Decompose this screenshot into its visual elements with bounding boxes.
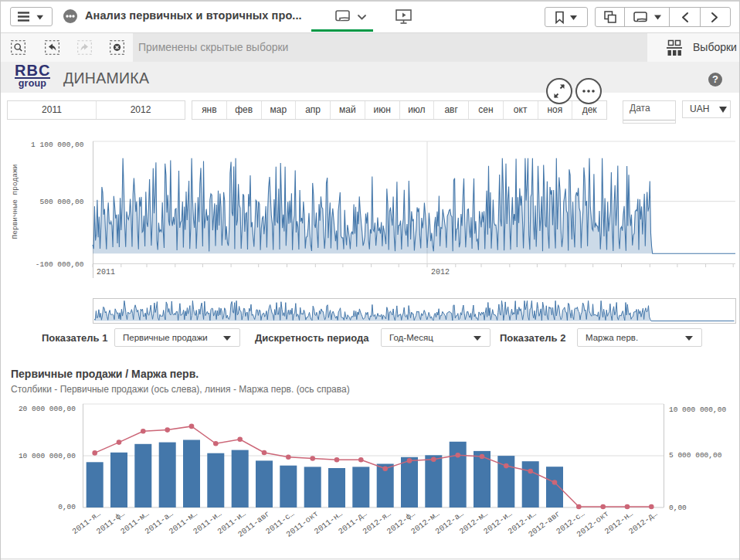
svg-text:Первичные продажи: Первичные продажи [11,165,19,239]
svg-text:10 000 000,00: 10 000 000,00 [669,406,726,414]
svg-text:2011: 2011 [97,268,115,277]
svg-text:0,00: 0,00 [58,503,76,511]
svg-text:500 000,00: 500 000,00 [39,198,83,206]
svg-text:1 100 000,00: 1 100 000,00 [31,141,84,149]
svg-text:5 000 000,00: 5 000 000,00 [669,451,722,460]
svg-text:2012: 2012 [431,268,450,277]
svg-text:-100 000,00: -100 000,00 [36,260,84,269]
svg-text:0,00: 0,00 [669,504,687,512]
svg-text:20 000 000,00: 20 000 000,00 [19,405,76,413]
svg-text:10 000 000,00: 10 000 000,00 [19,452,76,460]
